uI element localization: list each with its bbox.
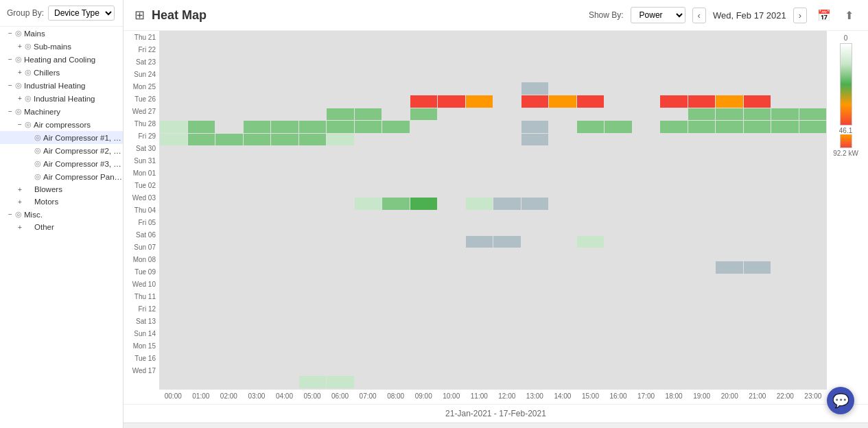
heatmap-cell[interactable]	[521, 261, 549, 274]
heatmap-cell[interactable]	[382, 82, 410, 95]
heatmap-cell[interactable]	[771, 82, 799, 95]
heatmap-cell[interactable]	[633, 32, 660, 44]
heatmap-cell[interactable]	[633, 45, 660, 57]
heatmap-cell[interactable]	[215, 376, 243, 388]
heatmap-cell[interactable]	[188, 121, 215, 133]
heatmap-cell[interactable]	[688, 108, 716, 121]
heatmap-cell[interactable]	[493, 108, 521, 121]
heatmap-cell[interactable]	[382, 376, 410, 388]
heatmap-cell[interactable]	[355, 32, 382, 44]
heatmap-cell[interactable]	[633, 172, 660, 185]
heatmap-cell[interactable]	[799, 338, 827, 350]
sidebar-item-mains[interactable]: −◎Mains	[0, 27, 123, 40]
heatmap-cell[interactable]	[493, 248, 521, 261]
heatmap-cell[interactable]	[688, 274, 716, 287]
heatmap-cell[interactable]	[633, 325, 660, 337]
heatmap-cell[interactable]	[716, 82, 743, 95]
heatmap-cell[interactable]	[215, 261, 243, 274]
heatmap-cell[interactable]	[521, 82, 549, 95]
heatmap-cell[interactable]	[327, 45, 354, 57]
heatmap-cell[interactable]	[577, 338, 605, 350]
heatmap-cell[interactable]	[299, 312, 327, 324]
heatmap-cell[interactable]	[633, 108, 660, 121]
heatmap-cell[interactable]	[215, 325, 243, 337]
heatmap-cell[interactable]	[355, 300, 382, 312]
heatmap-cell[interactable]	[215, 211, 243, 223]
heatmap-cell[interactable]	[327, 312, 354, 324]
heatmap-cell[interactable]	[438, 70, 465, 82]
heatmap-cell[interactable]	[438, 287, 465, 299]
heatmap-cell[interactable]	[688, 185, 716, 197]
heatmap-cell[interactable]	[521, 121, 549, 133]
heatmap-cell[interactable]	[160, 312, 187, 324]
heatmap-cell[interactable]	[466, 57, 493, 69]
heatmap-cell[interactable]	[716, 300, 743, 312]
heatmap-cell[interactable]	[521, 211, 549, 223]
heatmap-cell[interactable]	[327, 236, 354, 248]
heatmap-cell[interactable]	[410, 146, 438, 158]
heatmap-cell[interactable]	[160, 172, 187, 185]
heatmap-cell[interactable]	[549, 121, 576, 133]
heatmap-cell[interactable]	[716, 287, 743, 299]
heatmap-cell[interactable]	[160, 350, 187, 363]
heatmap-cell[interactable]	[327, 364, 354, 376]
heatmap-cell[interactable]	[744, 211, 771, 223]
heatmap-cell[interactable]	[382, 364, 410, 376]
heatmap-cell[interactable]	[549, 82, 576, 95]
heatmap-cell[interactable]	[355, 236, 382, 248]
heatmap-cell[interactable]	[271, 82, 298, 95]
heatmap-cell[interactable]	[605, 274, 632, 287]
heatmap-cell[interactable]	[771, 274, 799, 287]
heatmap-cell[interactable]	[299, 376, 327, 388]
heatmap-cell[interactable]	[577, 248, 605, 261]
heatmap-cell[interactable]	[549, 95, 576, 108]
heatmap-cell[interactable]	[244, 134, 271, 146]
heatmap-cell[interactable]	[327, 70, 354, 82]
calendar-icon-button[interactable]: 📅	[814, 8, 834, 23]
heatmap-cell[interactable]	[660, 287, 688, 299]
heatmap-cell[interactable]	[716, 185, 743, 197]
heatmap-cell[interactable]	[549, 223, 576, 235]
heatmap-cell[interactable]	[382, 261, 410, 274]
heatmap-cell[interactable]	[716, 261, 743, 274]
heatmap-cell[interactable]	[605, 312, 632, 324]
heatmap-cell[interactable]	[188, 376, 215, 388]
heatmap-cell[interactable]	[744, 146, 771, 158]
heatmap-cell[interactable]	[327, 95, 354, 108]
heatmap-cell[interactable]	[716, 172, 743, 185]
heatmap-cell[interactable]	[271, 300, 298, 312]
heatmap-cell[interactable]	[493, 211, 521, 223]
heatmap-cell[interactable]	[355, 223, 382, 235]
heatmap-cell[interactable]	[327, 82, 354, 95]
heatmap-cell[interactable]	[466, 121, 493, 133]
heatmap-cell[interactable]	[382, 121, 410, 133]
heatmap-cell[interactable]	[271, 364, 298, 376]
heatmap-cell[interactable]	[410, 312, 438, 324]
heatmap-cell[interactable]	[605, 248, 632, 261]
heatmap-cell[interactable]	[633, 287, 660, 299]
heatmap-cell[interactable]	[271, 350, 298, 363]
heatmap-cell[interactable]	[438, 146, 465, 158]
heatmap-cell[interactable]	[299, 287, 327, 299]
heatmap-cell[interactable]	[716, 70, 743, 82]
heatmap-cell[interactable]	[493, 350, 521, 363]
heatmap-cell[interactable]	[410, 159, 438, 171]
heatmap-cell[interactable]	[299, 223, 327, 235]
heatmap-cell[interactable]	[215, 121, 243, 133]
heatmap-cell[interactable]	[160, 70, 187, 82]
sidebar-item-air-compressors[interactable]: −◎Air compressors	[0, 118, 123, 131]
heatmap-cell[interactable]	[410, 45, 438, 57]
heatmap-cell[interactable]	[660, 95, 688, 108]
heatmap-cell[interactable]	[521, 300, 549, 312]
heatmap-cell[interactable]	[633, 70, 660, 82]
heatmap-cell[interactable]	[438, 350, 465, 363]
heatmap-cell[interactable]	[744, 159, 771, 171]
heatmap-cell[interactable]	[188, 364, 215, 376]
heatmap-cell[interactable]	[327, 57, 354, 69]
heatmap-cell[interactable]	[438, 236, 465, 248]
heatmap-cell[interactable]	[299, 300, 327, 312]
heatmap-cell[interactable]	[382, 159, 410, 171]
heatmap-cell[interactable]	[688, 236, 716, 248]
heatmap-cell[interactable]	[549, 287, 576, 299]
heatmap-cell[interactable]	[493, 121, 521, 133]
